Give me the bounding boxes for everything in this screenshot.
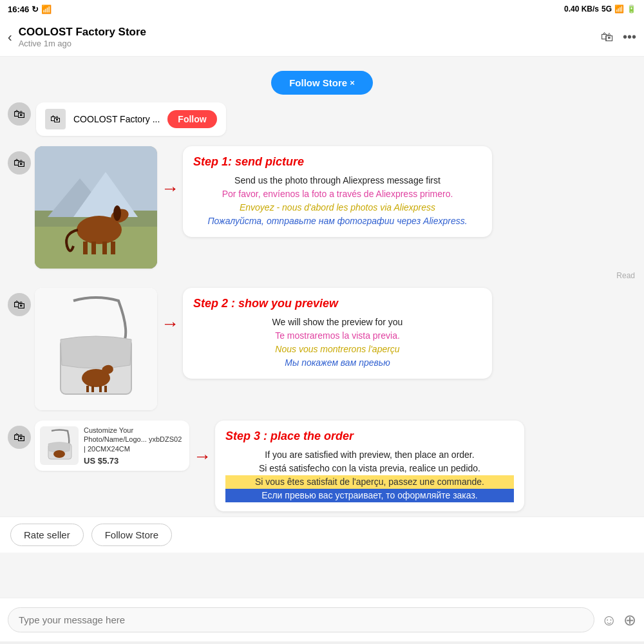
store-card-message: 🛍 🛍 COOLOST Factory ... Follow [0,100,644,141]
store-icon[interactable]: 🛍 [601,30,614,44]
status-bar: 16:46 ↻ 📶 0.40 KB/s 5G 📶 🔋 [0,0,644,18]
step2-title: Step 2 : show you preview [193,297,482,310]
read-indicator: Read [0,271,644,283]
add-icon[interactable]: ⊕ [623,611,636,629]
step2-line2: Te mostraremos la vista previa. [193,329,482,343]
input-bar: ☺ ⊕ [0,598,644,641]
svg-point-11 [113,205,121,221]
step1-line3: Envoyez - nous d'abord les photos via Al… [193,201,482,214]
avatar: 🛍 [8,102,31,126]
avatar-step3: 🛍 [8,426,31,449]
follow-banner: Follow Store [0,62,644,100]
step1-line2: Por favor, envíenos la foto a través de … [193,187,482,201]
rate-seller-button[interactable]: Rate seller [10,524,84,546]
bag-image-bubble [35,288,157,410]
data-speed: 0.40 KB/s [564,5,599,14]
store-name: COOLOST Factory Store [19,26,594,39]
svg-rect-17 [91,386,94,392]
step1-card: Step 1: send picture Send us the photo t… [183,146,492,237]
svg-rect-19 [104,386,107,392]
emoji-icon[interactable]: ☺ [601,611,617,629]
step3-line3: Si vous êtes satisfait de l'aperçu, pass… [225,475,514,489]
step2-line3: Nous vous montrerons l'aperçu [193,343,482,356]
bottom-action-buttons: Rate seller Follow Store [0,516,644,553]
battery-icon: 🔋 [627,5,636,14]
chat-area: Follow Store 🛍 🛍 COOLOST Factory ... Fol… [0,57,644,598]
product-card-bubble: Customize Your Photo/Name/Logo... yxbDZS… [35,421,189,471]
svg-rect-7 [83,242,88,254]
avatar-step2: 🛍 [8,293,31,316]
more-icon[interactable]: ••• [623,30,636,44]
header-info: COOLOST Factory Store Active 1m ago [19,26,594,48]
step3-line2: Si está satisfecho con la vista previa, … [225,462,514,475]
step1-title: Step 1: send picture [193,155,482,169]
svg-rect-18 [99,386,102,392]
step2-row: 🛍 [0,283,644,415]
back-button[interactable]: ‹ [8,30,12,44]
active-status: Active 1m ago [19,39,594,48]
message-input[interactable] [8,607,594,632]
clock: 16:46 [8,5,29,14]
svg-rect-9 [102,242,107,254]
step3-line1: If you are satisfied with preview, then … [225,448,514,462]
horse-image [35,146,157,269]
svg-rect-10 [111,242,115,254]
svg-rect-16 [86,386,89,392]
avatar-step1: 🛍 [8,151,31,175]
sim-icon: 📶 [41,5,52,14]
bag-image [35,288,157,410]
svg-rect-8 [91,242,96,254]
store-card-icon: 🛍 [45,109,66,129]
arrow-step2: → [161,288,179,334]
store-card: 🛍 COOLOST Factory ... Follow [36,102,226,136]
follow-store-card-button[interactable]: Follow [167,110,216,128]
step3-title: Step 3 : place the order [225,430,514,443]
network-type: 5G [601,5,612,14]
chat-header: ‹ COOLOST Factory Store Active 1m ago 🛍 … [0,18,644,57]
signal-icon: 📶 [614,5,624,14]
product-image [40,426,79,465]
step3-row: 🛍 Customize Your Photo/Name/Logo... yxbD… [0,415,644,516]
svg-point-22 [53,450,65,458]
product-info: Customize Your Photo/Name/Logo... yxbDZS… [84,426,184,466]
step2-card: Step 2 : show you preview We will show t… [183,288,492,379]
rotate-icon: ↻ [32,5,39,14]
arrow-step3: → [193,421,211,467]
product-name: Customize Your Photo/Name/Logo... yxbDZS… [84,426,184,453]
follow-store-banner-button[interactable]: Follow Store [271,71,373,95]
step2-line1: We will show the preview for you [193,316,482,329]
product-price: US $5.73 [84,456,184,466]
horse-image-bubble [35,146,157,269]
follow-store-bottom-button[interactable]: Follow Store [91,524,172,546]
step2-line4: Мы покажем вам превью [193,356,482,370]
store-card-name: COOLOST Factory ... [73,114,160,124]
arrow-step1: → [161,146,179,199]
step3-card: Step 3 : place the order If you are sati… [215,421,524,511]
step1-line1: Send us the photo through Aliexpress mes… [193,174,482,187]
step1-row: 🛍 [0,141,644,274]
step3-line4: Если превью вас устраивает, то оформляйт… [225,489,514,502]
step1-line4: Пожалуйста, отправьте нам фотографии чер… [193,214,482,228]
